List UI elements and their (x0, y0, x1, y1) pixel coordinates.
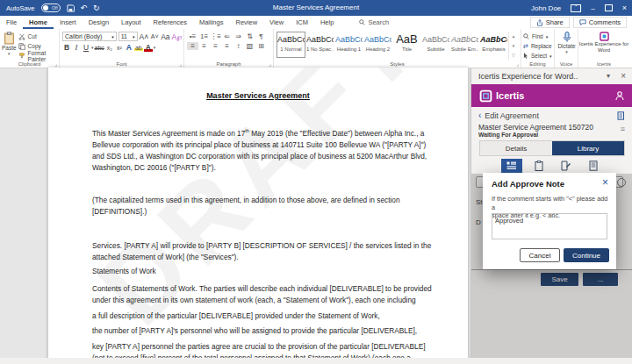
pilcrow-icon[interactable]: ¶ (255, 32, 267, 40)
bold-button[interactable]: B (62, 43, 71, 52)
italic-button[interactable]: I (72, 43, 81, 52)
tab-library[interactable]: Library (552, 141, 624, 155)
gallery-more-icon[interactable]: ▽ (512, 53, 515, 58)
style-emphasis[interactable]: AaBbCcDd Emphasis (479, 32, 508, 58)
paste-button[interactable]: Paste ▾ (0, 29, 18, 61)
font-group: Calibri (Body) ▾ 11 ▾ A˄ A˅ Aa A℘ B I U … (60, 29, 184, 68)
text-effects-button[interactable]: A (125, 43, 133, 52)
shading-icon[interactable]: ▧ (244, 42, 255, 50)
dialog-close-icon[interactable]: × (602, 176, 608, 189)
subscript-button[interactable]: x₂ (105, 45, 114, 51)
shrink-font-button[interactable]: A˅ (150, 33, 159, 39)
maximize-icon[interactable] (605, 4, 613, 11)
clipboard-view-button[interactable] (528, 159, 549, 173)
edit-agreement-row[interactable]: ‹ Edit Agreement (471, 110, 632, 121)
approve-note-textarea[interactable]: Approved (492, 213, 607, 239)
paragraph-dialog-launcher-icon[interactable]: ⌟ (269, 61, 271, 67)
format-painter-icon (18, 53, 25, 60)
align-right-icon[interactable]: ≡ (210, 42, 221, 50)
style-heading-2[interactable]: AaBbCcD Heading 2 (363, 32, 392, 58)
grow-font-button[interactable]: A˄ (140, 32, 149, 41)
paragraph-2: (The capitalized terms used in this agre… (92, 195, 442, 218)
dictate-button[interactable]: Dictate ▾ (555, 29, 578, 54)
tab-mailings[interactable]: Mailings (193, 16, 230, 29)
style-subtle-emphasis[interactable]: AaBbCcDd Subtle Em... (450, 32, 479, 58)
share-button[interactable]: Share (530, 17, 570, 28)
format-painter-button[interactable]: Format Painter (18, 51, 59, 61)
agreement-document-icon[interactable] (617, 111, 626, 120)
task-pane-close-icon[interactable]: × (621, 71, 626, 81)
select-button[interactable]: Select ▾ (523, 51, 554, 61)
sort-icon[interactable]: ⇅ (244, 32, 255, 40)
tab-help[interactable]: Help (314, 16, 340, 29)
justify-icon[interactable]: ≡ (221, 42, 233, 50)
ribbon-display-options-icon[interactable]: ˇ (571, 4, 581, 12)
copy-label: Copy (28, 43, 41, 49)
title-bar: AutoSave Off ↶ ↻ Master Services Agreeme… (0, 0, 632, 16)
gallery-scroll-up-icon[interactable]: ▴ (513, 33, 515, 39)
font-size-value: 11 (121, 33, 127, 39)
back-chevron-icon[interactable]: ‹ (478, 111, 481, 120)
multilevel-list-icon[interactable]: ⋮≡ (210, 32, 221, 40)
icertis-ribbon-button[interactable]: Icertis Experience for Word (578, 29, 629, 54)
increase-indent-icon[interactable]: ⇒ (233, 32, 244, 40)
task-pane-menu-icon[interactable]: ▾ (607, 72, 610, 80)
styles-gallery-scrollbar[interactable]: ▴ ▾ ▽ (508, 32, 518, 60)
clear-formatting-button[interactable]: A℘ (171, 32, 182, 41)
find-button[interactable]: Find ▾ (523, 32, 554, 41)
gallery-scroll-down-icon[interactable]: ▾ (513, 43, 515, 48)
numbering-icon[interactable]: 1≡ (198, 32, 210, 40)
align-center-icon[interactable]: ≡ (198, 42, 210, 50)
font-color-caret-icon[interactable]: ▾ (154, 45, 156, 50)
cancel-button[interactable]: Cancel (520, 248, 560, 262)
style-title[interactable]: AaB Title (392, 32, 421, 58)
tab-icm[interactable]: ICM (290, 16, 314, 29)
attributes-view-button[interactable] (501, 159, 522, 173)
tab-layout[interactable]: Layout (115, 16, 147, 29)
tab-file[interactable]: File (0, 16, 23, 29)
cut-button[interactable]: Cut (18, 32, 59, 41)
font-dialog-launcher-icon[interactable]: ⌟ (179, 61, 182, 67)
continue-button[interactable]: Continue (564, 248, 609, 262)
style-no-spacing[interactable]: AaBbCcDd 1 No Spac... (305, 32, 334, 58)
decrease-indent-icon[interactable]: ⇐ (221, 32, 233, 40)
tab-insert[interactable]: Insert (54, 16, 83, 29)
comments-button[interactable]: Comments (573, 17, 627, 28)
style-subtitle[interactable]: AaBbCcD Subtitle (421, 32, 450, 58)
search-box[interactable]: Search (359, 18, 389, 26)
user-profile-icon[interactable] (614, 90, 625, 101)
superscript-button[interactable]: x² (115, 45, 124, 51)
clipboard-dialog-launcher-icon[interactable]: ⌟ (54, 61, 57, 67)
style-normal[interactable]: AaBbCcDd 1 Normal (276, 32, 305, 58)
change-case-button[interactable]: Aa (161, 32, 169, 41)
align-left-icon[interactable]: ≡ (187, 42, 198, 50)
underline-button[interactable]: U (82, 43, 90, 52)
agreement-menu-icon[interactable]: ≡ (621, 125, 625, 133)
bullets-icon[interactable]: •≡ (187, 32, 198, 40)
font-size-combo[interactable]: 11 ▾ (118, 32, 138, 41)
tab-references[interactable]: References (147, 16, 193, 29)
notes-view-button[interactable] (583, 159, 604, 173)
word-application-window: AutoSave Off ↶ ↻ Master Services Agreeme… (0, 0, 632, 364)
borders-icon[interactable]: ⊞ (255, 42, 267, 50)
tab-review[interactable]: Review (229, 16, 263, 29)
close-icon[interactable]: × (622, 4, 627, 12)
tab-home[interactable]: Home (23, 16, 54, 29)
font-color-button[interactable]: A (144, 43, 153, 52)
tab-design[interactable]: Design (83, 16, 115, 29)
document-page[interactable]: DRAFT Master Services Agreement This Mas… (48, 68, 468, 364)
replace-button[interactable]: ⇄ Replace (523, 41, 554, 51)
edit-document-button[interactable] (556, 159, 577, 173)
underline-caret-icon[interactable]: ▾ (91, 45, 94, 50)
font-name-combo[interactable]: Calibri (Body) ▾ (62, 32, 117, 41)
line-spacing-icon[interactable]: ↕ (233, 42, 244, 50)
user-name[interactable]: John Doe (531, 4, 561, 12)
voice-group-label: Voice (555, 61, 578, 67)
tab-details[interactable]: Details (480, 141, 552, 155)
tab-view[interactable]: View (263, 16, 290, 29)
styles-dialog-launcher-icon[interactable]: ⌟ (516, 61, 519, 67)
style-heading-1[interactable]: AaBbCc Heading 1 (334, 32, 363, 58)
minimize-icon[interactable]: – (591, 4, 594, 12)
strikethrough-button[interactable]: abc (95, 45, 104, 51)
highlight-button[interactable]: ab (134, 45, 143, 51)
